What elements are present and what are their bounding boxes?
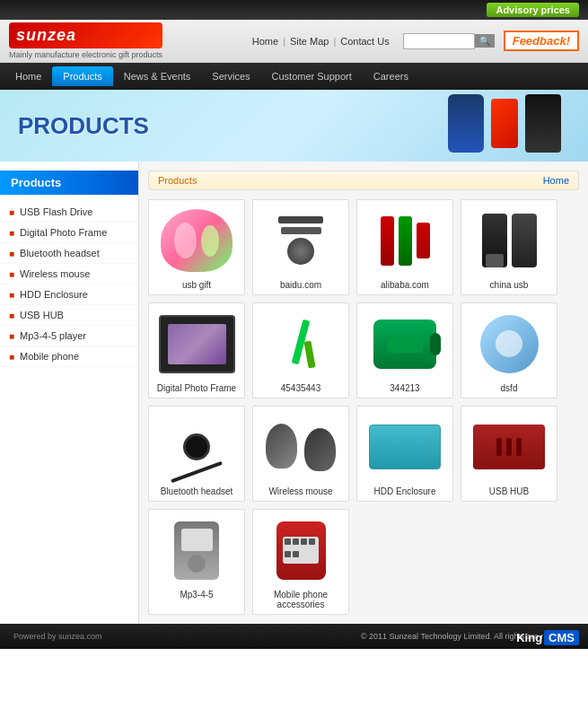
product-name-45435443: 45435443 [258, 383, 344, 393]
product-name-usb-gift: usb gift [154, 280, 240, 290]
sidebar-label-usb-hub: USB HUB [20, 310, 64, 320]
product-item-photo-frame[interactable]: Digital Photo Frame [148, 302, 245, 398]
sidebar-item-hdd[interactable]: ■ HDD Enclosure [0, 285, 138, 305]
sidebar-item-mobile[interactable]: ■ Mobile phone [0, 346, 138, 367]
product-item-baidu[interactable]: baidu.com [252, 199, 349, 295]
search-button[interactable]: 🔍 [475, 34, 495, 48]
product-image-hdd [362, 411, 448, 483]
product-name-hdd: HDD Enclosure [362, 486, 448, 496]
bullet-icon: ■ [9, 331, 14, 341]
product-name-mp3: Mp3-4-5 [154, 590, 240, 600]
king-text: King [516, 631, 542, 644]
product-image-mobile-acc [258, 514, 344, 586]
sidebar-label-hdd: HDD Enclosure [20, 289, 88, 300]
banner-image-2 [491, 99, 518, 148]
nav-item-services[interactable]: Services [201, 66, 260, 86]
footer: Powered by sunzea.com © 2011 Sunzeal Tec… [0, 624, 588, 649]
product-image-usb-hub [466, 411, 552, 483]
sidebar-item-digital-photo[interactable]: ■ Digital Photo Frame [0, 223, 138, 243]
top-bar: Advisory prices [0, 0, 588, 20]
banner-title: PRODUCTS [18, 112, 149, 140]
bullet-icon: ■ [9, 269, 14, 279]
product-grid: usb gift baidu.com [148, 199, 579, 615]
product-name-usb-hub: USB HUB [466, 486, 552, 496]
footer-left: Powered by sunzea.com [13, 632, 102, 641]
product-item-wireless-mouse[interactable]: Wireless mouse [252, 406, 349, 502]
header-search: 🔍 [403, 33, 495, 49]
king-cms-badge: King CMS [516, 630, 579, 645]
bullet-icon: ■ [9, 311, 14, 320]
product-image-usb-gift [154, 205, 240, 276]
sidebar-label-wireless-mouse: Wireless mouse [20, 268, 90, 279]
nav-item-news[interactable]: News & Events [113, 66, 202, 86]
header-nav: Home | Site Map | Contact Us 🔍 Feedback! [248, 31, 579, 51]
product-image-dsfd [466, 308, 552, 380]
product-image-344213 [362, 308, 448, 380]
bullet-icon: ■ [9, 290, 14, 300]
cms-box: CMS [544, 630, 579, 645]
nav-item-careers[interactable]: Careers [363, 66, 419, 86]
sidebar-item-usb-hub[interactable]: ■ USB HUB [0, 305, 138, 326]
main-nav: Home Products News & Events Services Cus… [0, 63, 588, 90]
product-image-china-usb [466, 205, 552, 276]
main-content: Products Home usb gift [139, 162, 588, 624]
product-name-alibaba: alibaba.com [362, 280, 448, 290]
product-item-usb-gift[interactable]: usb gift [148, 199, 245, 295]
search-input[interactable] [403, 33, 475, 49]
nav-sitemap-link[interactable]: Site Map [290, 36, 329, 47]
product-item-bluetooth[interactable]: Bluetooth headset [148, 406, 245, 502]
nav-item-support[interactable]: Customer Support [261, 66, 363, 86]
sidebar-label-usb-flash: USB Flash Drive [20, 206, 92, 217]
product-item-usb-hub[interactable]: USB HUB [461, 406, 557, 502]
tagline: Mainly manufacture electronic gift produ… [9, 50, 162, 59]
product-item-45435443[interactable]: 45435443 [252, 302, 349, 398]
product-item-alibaba[interactable]: alibaba.com [356, 199, 453, 295]
sidebar-label-mp3: Mp3-4-5 player [20, 330, 86, 341]
product-name-bluetooth: Bluetooth headset [154, 486, 240, 496]
sidebar-item-usb-flash[interactable]: ■ USB Flash Drive [0, 202, 138, 223]
banner-image-3 [525, 94, 561, 153]
product-name-china-usb: china usb [466, 280, 552, 290]
logo-text[interactable]: sunzea [9, 22, 162, 48]
product-item-344213[interactable]: 344213 [356, 302, 453, 398]
product-item-hdd[interactable]: HDD Enclosure [356, 406, 453, 502]
nav-item-products[interactable]: Products [52, 66, 112, 86]
breadcrumb-current: Products [158, 175, 197, 186]
product-item-mp3[interactable]: Mp3-4-5 [148, 509, 245, 615]
nav-item-home[interactable]: Home [4, 66, 52, 86]
feedback-button[interactable]: Feedback! [504, 31, 579, 51]
banner-image-1 [448, 94, 484, 153]
sidebar-item-mp3[interactable]: ■ Mp3-4-5 player [0, 326, 138, 346]
logo: sunzea Mainly manufacture electronic gif… [9, 22, 162, 59]
product-name-wireless-mouse: Wireless mouse [258, 486, 344, 496]
sidebar-label-mobile: Mobile phone [20, 351, 79, 362]
product-image-mp3 [154, 514, 240, 586]
product-item-dsfd[interactable]: dsfd [461, 302, 557, 398]
bullet-icon: ■ [9, 352, 14, 362]
product-image-photo-frame [154, 308, 240, 380]
advisory-button[interactable]: Advisory prices [487, 3, 579, 17]
product-name-mobile-acc: Mobile phone accessories [258, 590, 344, 609]
product-name-344213: 344213 [362, 383, 448, 393]
sidebar-item-bluetooth[interactable]: ■ Bluetooth headset [0, 243, 138, 264]
header: sunzea Mainly manufacture electronic gif… [0, 20, 588, 63]
product-image-bluetooth [154, 411, 240, 483]
nav-home-link[interactable]: Home [252, 36, 278, 47]
bullet-icon: ■ [9, 228, 14, 238]
product-image-alibaba [362, 205, 448, 276]
sidebar-item-wireless-mouse[interactable]: ■ Wireless mouse [0, 264, 138, 285]
product-name-dsfd: dsfd [466, 383, 552, 393]
bullet-icon: ■ [9, 207, 14, 217]
banner-images [448, 94, 561, 153]
sidebar: Products ■ USB Flash Drive ■ Digital Pho… [0, 162, 139, 624]
product-image-wireless-mouse [258, 411, 344, 483]
breadcrumb-bar: Products Home [148, 171, 579, 190]
product-image-baidu [258, 205, 344, 276]
product-item-china-usb[interactable]: china usb [461, 199, 557, 295]
product-item-mobile-acc[interactable]: Mobile phone accessories [252, 509, 349, 615]
nav-items: Home Products News & Events Services Cus… [4, 66, 419, 86]
banner: PRODUCTS [0, 90, 588, 162]
footer-wrapper: Powered by sunzea.com © 2011 Sunzeal Tec… [0, 624, 588, 649]
breadcrumb-home[interactable]: Home [543, 175, 569, 186]
nav-contact-link[interactable]: Contact Us [340, 36, 389, 47]
